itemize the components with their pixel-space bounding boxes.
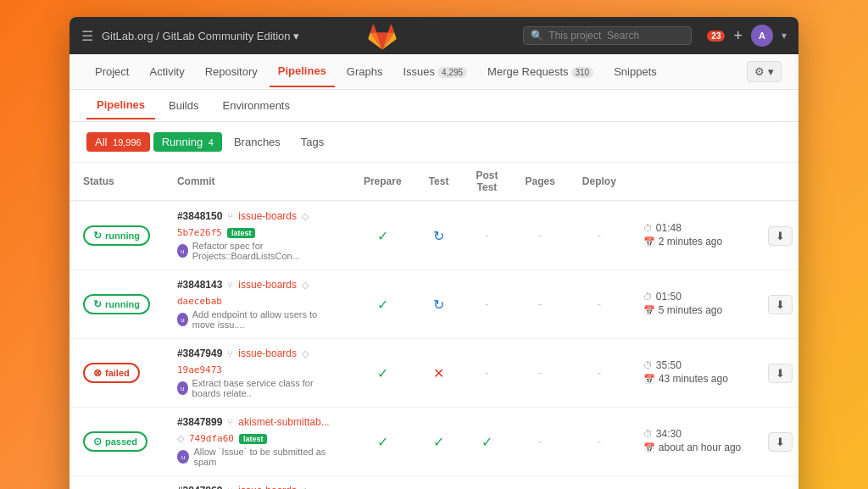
commit-sha[interactable]: 5b7e26f5 xyxy=(177,227,222,238)
time-ago-line: 📅 5 minutes ago xyxy=(643,304,741,316)
secondary-navbar: Project Activity Repository Pipelines Gr… xyxy=(70,54,798,90)
commit-sha[interactable]: daecebab xyxy=(177,296,222,307)
org-name: GitLab.org xyxy=(102,30,153,42)
action-separator: - xyxy=(798,298,798,310)
search-input[interactable] xyxy=(548,30,684,42)
duration-value: 34:30 xyxy=(656,428,682,440)
status-badge[interactable]: ↻ running xyxy=(83,294,150,314)
calendar-icon: 📅 xyxy=(643,305,655,316)
status-badge[interactable]: ⊙ passed xyxy=(83,431,147,452)
branch-name[interactable]: issue-boards xyxy=(238,210,297,222)
branch-icon: ⑂ xyxy=(227,486,233,489)
branch-name[interactable]: issue-boards xyxy=(238,347,297,359)
time-ago-line: 📅 2 minutes ago xyxy=(643,236,741,247)
hamburger-icon[interactable]: ☰ xyxy=(81,28,93,44)
check-icon: ✓ xyxy=(481,435,492,449)
dash-icon: - xyxy=(597,366,601,380)
check-icon: ✓ xyxy=(377,435,388,449)
nav-repository[interactable]: Repository xyxy=(197,57,266,86)
col-duration xyxy=(630,163,754,201)
clock-icon: ⏱ xyxy=(643,292,653,302)
nav-issues[interactable]: Issues4,295 xyxy=(395,57,476,86)
action-separator: - xyxy=(798,230,798,242)
arrow-icon: ◇ xyxy=(302,348,309,359)
status-label: running xyxy=(105,299,140,309)
time-ago: 2 minutes ago xyxy=(659,236,722,247)
pipelines-table: Status Commit Prepare Test Post Test Pag… xyxy=(70,163,798,489)
nav-pipelines[interactable]: Pipelines xyxy=(270,56,335,87)
commit-id[interactable]: #3848143 xyxy=(177,279,222,291)
dash-icon: - xyxy=(538,229,542,242)
commit-sha[interactable]: 749dfa60 xyxy=(189,433,234,444)
table-row: ↻ running #3848150 ⑂ issue-boards ◇ 5b7e… xyxy=(70,201,798,270)
settings-gear-button[interactable]: ⚙ ▾ xyxy=(747,61,782,82)
gitlab-logo xyxy=(367,20,398,51)
subnav-builds[interactable]: Builds xyxy=(159,92,209,119)
deploy-cell: - xyxy=(569,339,630,408)
commit-id[interactable]: #3847899 xyxy=(177,416,222,428)
commit-line1: #3847949 ⑂ issue-boards ◇ 19ae9473 xyxy=(177,347,337,375)
nav-activity[interactable]: Activity xyxy=(141,57,192,86)
commit-line2: u Add endpoint to allow users to move is… xyxy=(177,309,337,330)
download-button[interactable]: ⬇ xyxy=(768,364,793,383)
nav-merge-requests[interactable]: Merge Requests310 xyxy=(479,57,602,86)
avatar[interactable]: A xyxy=(751,25,773,47)
notification-badge[interactable]: 23 xyxy=(707,31,725,42)
branch-name[interactable]: akismet-submittab... xyxy=(238,416,329,428)
duration-line: ⏱ 01:50 xyxy=(643,291,741,303)
deploy-cell: - xyxy=(569,201,630,270)
dash-icon: - xyxy=(485,229,489,242)
actions-cell: ⬇ - xyxy=(754,270,798,339)
search-box: 🔍 xyxy=(523,26,692,45)
nav-project[interactable]: Project xyxy=(86,57,137,86)
duration-value: 35:50 xyxy=(656,359,682,371)
filter-running[interactable]: Running 4 xyxy=(153,132,222,152)
dash-icon: - xyxy=(597,435,601,448)
dash-icon: - xyxy=(538,297,542,311)
test-cell: ✓ xyxy=(415,408,463,476)
filter-tags[interactable]: Tags xyxy=(292,132,332,152)
gear-icon: ⚙ xyxy=(754,65,765,78)
subnav-environments[interactable]: Environments xyxy=(213,92,300,119)
commit-message: Add endpoint to allow users to move issu… xyxy=(192,309,337,330)
download-button[interactable]: ⬇ xyxy=(768,432,793,452)
time-ago: 43 minutes ago xyxy=(659,373,728,385)
mr-count: 310 xyxy=(571,67,594,78)
dash-icon: - xyxy=(538,366,542,380)
download-button[interactable]: ⬇ xyxy=(768,226,793,246)
nav-snippets[interactable]: Snippets xyxy=(605,57,665,86)
table-row: ⊗ failed #3847949 ⑂ issue-boards ◇ 19ae9… xyxy=(70,339,798,408)
gear-dropdown-icon: ▾ xyxy=(768,65,774,78)
pages-cell: - xyxy=(511,201,568,270)
commit-id[interactable]: #3847869 xyxy=(177,485,222,489)
dash-icon: - xyxy=(485,297,489,311)
test-cell: ↻ xyxy=(415,270,463,339)
table-row: ⊗ failed #3847869 ⑂ issue-boards ◇ f4d06… xyxy=(70,476,798,490)
commit-sha[interactable]: 19ae9473 xyxy=(177,364,222,375)
clock-icon: ⏱ xyxy=(643,429,653,439)
filter-all[interactable]: All 19,996 xyxy=(86,132,150,152)
branch-name[interactable]: issue-boards xyxy=(238,485,297,489)
subnav-pipelines[interactable]: Pipelines xyxy=(86,92,155,119)
duration-cell: ⏱ 31:31 📅 about an hour ago xyxy=(630,476,754,490)
branch-icon: ⑂ xyxy=(227,211,233,221)
arrow-icon: ◇ xyxy=(302,486,309,490)
actions-cell: ⬇ - xyxy=(754,476,798,490)
status-badge[interactable]: ↻ running xyxy=(83,225,150,246)
nav-icons: 23 + A ▾ xyxy=(707,25,787,47)
deploy-cell: - xyxy=(569,476,630,490)
latest-badge: latest xyxy=(227,228,256,238)
commit-id[interactable]: #3847949 xyxy=(177,347,222,359)
status-badge[interactable]: ⊗ failed xyxy=(83,363,140,383)
check-icon: ✓ xyxy=(377,297,388,312)
nav-graphs[interactable]: Graphs xyxy=(338,57,392,86)
duration-line: ⏱ 34:30 xyxy=(643,428,741,440)
commit-id[interactable]: #3848150 xyxy=(177,210,222,222)
commit-message: Extract base service class for boards re… xyxy=(192,378,337,398)
plus-button[interactable]: + xyxy=(733,27,743,45)
avatar-dropdown-icon[interactable]: ▾ xyxy=(782,30,787,42)
filter-branches[interactable]: Branches xyxy=(225,132,289,152)
status-icon: ↻ xyxy=(93,230,102,242)
download-button[interactable]: ⬇ xyxy=(768,295,793,314)
branch-name[interactable]: issue-boards xyxy=(238,279,297,291)
